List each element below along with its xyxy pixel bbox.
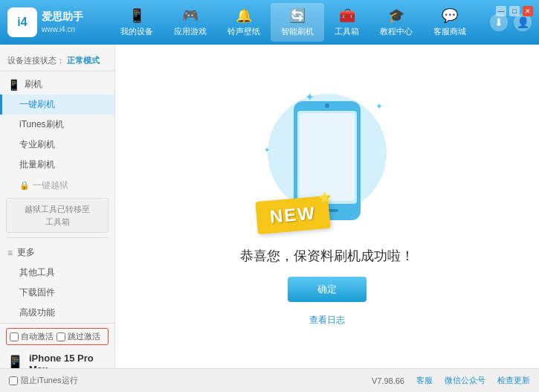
main-layout: 设备连接状态： 正常模式 📱 刷机 一键刷机 iTunes刷机 (0, 45, 539, 368)
skip-activation-checkbox[interactable]: 跳过激活 (57, 331, 100, 342)
badge-star-icon: ⭐ (317, 190, 331, 203)
footer: 阻止iTunes运行 V7.98.66 客服 微信公众号 检查更新 (0, 368, 539, 392)
stop-itunes-checkbox[interactable] (9, 376, 18, 385)
tutorial-icon: 🎓 (388, 7, 404, 24)
footer-right: V7.98.66 客服 微信公众号 检查更新 (372, 375, 530, 386)
version-label: V7.98.66 (372, 376, 404, 385)
skip-activation-input[interactable] (57, 332, 65, 341)
sidebar-group-flash-header[interactable]: 📱 刷机 (0, 74, 114, 94)
apps-icon: 🎮 (182, 7, 199, 24)
success-message: 恭喜您，保资料刷机成功啦！ (240, 247, 414, 265)
service-icon: 💬 (442, 7, 458, 24)
header: i4 爱思助手 www.i4.cn 📱 我的设备 🎮 应用游戏 🔔 铃声壁纸 (0, 0, 539, 45)
stop-itunes-label: 阻止iTunes运行 (21, 375, 78, 386)
nav-tab-service[interactable]: 💬 客服商城 (423, 3, 477, 42)
svg-rect-2 (300, 113, 355, 201)
more-icon: ≡ (7, 248, 13, 258)
customer-service-link[interactable]: 客服 (416, 375, 433, 386)
device-info: iPhone 15 Pro Max 512GB iPhone (29, 353, 109, 368)
auto-activate-checkbox[interactable]: 自动激活 (10, 331, 54, 342)
sidebar: 设备连接状态： 正常模式 📱 刷机 一键刷机 iTunes刷机 (0, 45, 115, 368)
nav-tab-toolbox[interactable]: 🧰 工具箱 (324, 3, 369, 42)
auto-options-box: 自动激活 跳过激活 (6, 328, 109, 345)
close-button[interactable]: ✕ (523, 6, 533, 16)
sidebar-item-batch-flash[interactable]: 批量刷机 (0, 155, 114, 175)
success-container: ✦ ✦ ✦ (240, 86, 414, 327)
confirm-button[interactable]: 确定 (288, 277, 367, 302)
sidebar-device-area: 自动激活 跳过激活 📱 iPhone 15 Pro Max 512GB iPho… (0, 323, 114, 368)
sidebar-divider (6, 237, 109, 238)
sidebar-item-other-tools[interactable]: 其他工具 (0, 263, 114, 283)
nav-tab-my-device[interactable]: 📱 我的设备 (110, 3, 164, 42)
view-log-link[interactable]: 查看日志 (309, 314, 345, 327)
flash-nav-icon: 🔄 (289, 7, 306, 24)
footer-left: 阻止iTunes运行 (9, 375, 78, 386)
nav-tab-smart-flash[interactable]: 🔄 智能刷机 (271, 3, 324, 42)
sidebar-item-pro-flash[interactable]: 专业刷机 (0, 135, 114, 155)
device-phone-icon: 📱 (6, 354, 25, 368)
auto-activate-input[interactable] (10, 332, 19, 341)
nav-tab-tutorial[interactable]: 🎓 教程中心 (369, 3, 423, 42)
svg-point-4 (325, 103, 329, 108)
nav-tab-apps-games[interactable]: 🎮 应用游戏 (164, 3, 217, 42)
device-icon: 📱 (129, 7, 145, 24)
sidebar-status: 设备连接状态： 正常模式 (0, 51, 114, 71)
logo-icon: i4 (7, 7, 37, 37)
sidebar-more-header: ≡ 更多 (0, 242, 114, 263)
sidebar-item-one-key-flash[interactable]: 一键刷机 (0, 94, 114, 115)
lock-icon: 🔒 (19, 181, 30, 190)
check-update-link[interactable]: 检查更新 (497, 375, 530, 386)
sidebar-top: 设备连接状态： 正常模式 📱 刷机 一键刷机 iTunes刷机 (0, 51, 114, 323)
sidebar-item-jailbreak-disabled: 🔒 一键越狱 (0, 176, 114, 195)
ringtone-icon: 🔔 (236, 7, 252, 24)
nav-tabs: 📱 我的设备 🎮 应用游戏 🔔 铃声壁纸 🔄 智能刷机 🧰 工具箱 🎓 (97, 3, 490, 42)
device-name: iPhone 15 Pro Max (29, 353, 109, 368)
star-icon-2: ✦ (375, 101, 383, 112)
sidebar-item-itunes-flash[interactable]: iTunes刷机 (0, 115, 114, 135)
new-badge: NEW ⭐ (255, 196, 330, 234)
sidebar-item-advanced[interactable]: 高级功能 (0, 303, 114, 323)
device-item: 📱 iPhone 15 Pro Max 512GB iPhone (6, 350, 109, 368)
logo-text: 爱思助手 www.i4.cn (42, 10, 83, 35)
phone-illustration: ✦ ✦ ✦ (260, 86, 394, 235)
star-icon-3: ✦ (264, 146, 270, 154)
content-area: ✦ ✦ ✦ (115, 45, 539, 368)
flash-group-icon: 📱 (7, 79, 20, 91)
minimize-button[interactable]: — (496, 6, 506, 16)
wechat-link[interactable]: 微信公众号 (445, 375, 485, 386)
sidebar-item-download-firmware[interactable]: 下载固件 (0, 283, 114, 303)
maximize-button[interactable]: □ (509, 6, 520, 16)
window-controls: — □ ✕ (496, 6, 533, 16)
sidebar-jailbreak-note: 越狱工具已转移至工具箱 (6, 198, 109, 233)
logo: i4 爱思助手 www.i4.cn (7, 7, 97, 37)
sidebar-group-flash: 📱 刷机 一键刷机 iTunes刷机 专业刷机 批量刷机 (0, 74, 114, 175)
nav-tab-ringtones[interactable]: 🔔 铃声壁纸 (217, 3, 271, 42)
toolbox-icon: 🧰 (339, 7, 355, 24)
